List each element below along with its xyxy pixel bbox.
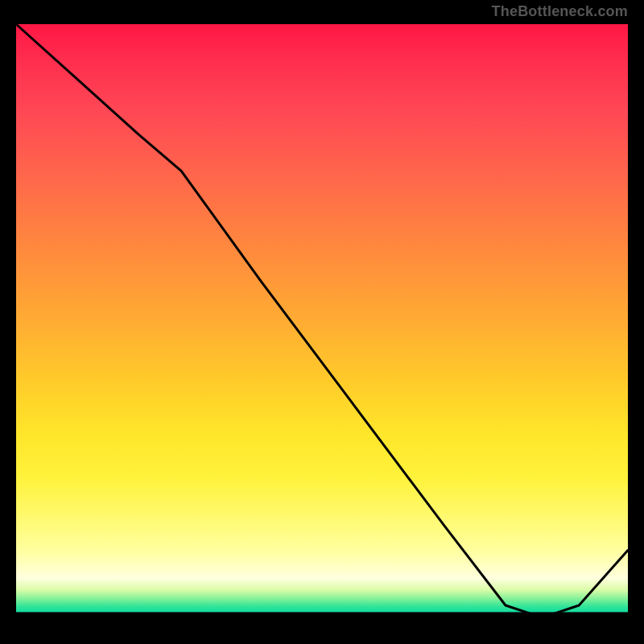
- chart-line-layer: [16, 24, 628, 636]
- watermark-text: TheBottleneck.com: [492, 3, 628, 20]
- chart-curve: [16, 24, 628, 617]
- chart-container: [16, 24, 628, 636]
